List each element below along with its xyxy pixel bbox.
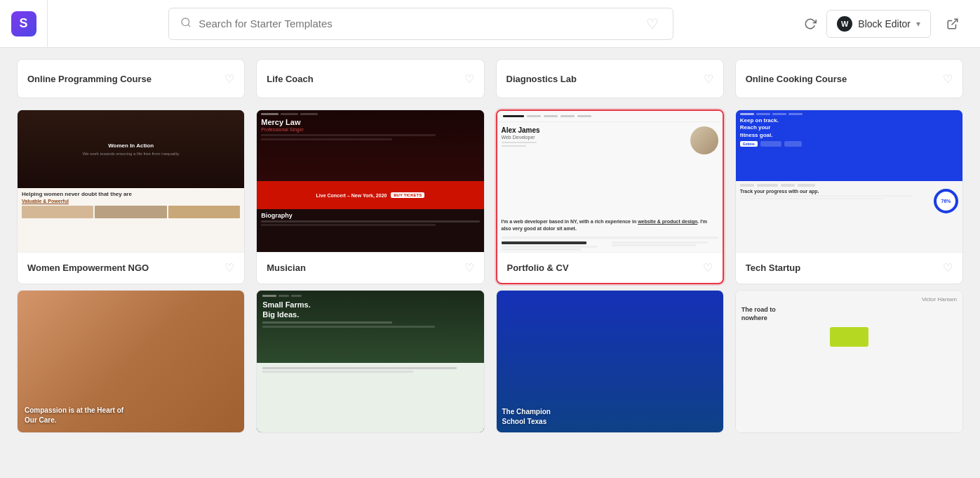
card-thumbnail: Small Farms.Big Ideas. (257, 291, 483, 432)
card-title: Life Coach (267, 74, 313, 84)
card-heart-icon[interactable]: ♡ (704, 72, 713, 86)
svg-point-0 (182, 18, 189, 26)
templates-grid-row2: Women In Action We work towards ensuring… (17, 109, 963, 284)
template-card-tech-startup[interactable]: Keep on track.Reach yourfitness goal. Go… (735, 109, 963, 284)
header: S ♡ W Block Editor ▾ (0, 0, 980, 48)
card-title: Tech Startup (746, 263, 801, 273)
card-heart-icon[interactable]: ♡ (943, 261, 953, 274)
logo-icon: S (11, 11, 36, 36)
header-right: W Block Editor ▾ (794, 8, 980, 40)
template-card-online-programming[interactable]: Online Programming Course ♡ (17, 59, 245, 98)
template-card-musician[interactable]: Mercy Law Professional Singer Live Conce… (256, 109, 484, 284)
card-heart-icon[interactable]: ♡ (224, 261, 234, 274)
card-thumbnail: Victor Hansen The road tonowhere (736, 291, 962, 432)
card-thumbnail: Mercy Law Professional Singer Live Conce… (257, 110, 483, 252)
wordpress-icon: W (837, 16, 852, 32)
card-footer: Tech Startup ♡ (736, 252, 962, 283)
svg-line-1 (188, 25, 190, 27)
main-content: Online Programming Course ♡ Life Coach ♡… (0, 48, 980, 478)
search-heart-icon[interactable]: ♡ (643, 13, 662, 35)
block-editor-button[interactable]: W Block Editor ▾ (826, 10, 931, 38)
templates-grid-row3: Compassion is at the Heart ofOur Care. S… (17, 290, 963, 433)
partial-top-row: Online Programming Course ♡ Life Coach ♡… (17, 59, 963, 98)
card-thumbnail: Women In Action We work towards ensuring… (18, 110, 244, 252)
card-title: Diagnostics Lab (506, 74, 577, 84)
card-heart-icon[interactable]: ♡ (224, 72, 234, 86)
card-title: Online Programming Course (27, 74, 152, 84)
template-card-diagnostics-lab[interactable]: Diagnostics Lab ♡ (496, 59, 724, 98)
template-card-portfolio-cv[interactable]: Alex James Web Developer I'm a web devel… (496, 109, 724, 284)
refresh-button[interactable] (794, 8, 826, 40)
search-bar: ♡ (168, 8, 673, 40)
card-footer: Musician ♡ (257, 252, 483, 283)
svg-line-2 (952, 19, 958, 25)
chevron-down-icon: ▾ (916, 19, 920, 29)
block-editor-label: Block Editor (858, 18, 911, 29)
template-card-road-to-nowhere[interactable]: Victor Hansen The road tonowhere (735, 290, 963, 433)
card-heart-icon[interactable]: ♡ (943, 72, 953, 86)
card-title: Musician (267, 263, 306, 273)
search-icon (180, 17, 192, 31)
card-heart-icon[interactable]: ♡ (703, 261, 713, 274)
external-link-button[interactable] (937, 8, 969, 40)
template-card-online-cooking[interactable]: Online Cooking Course ♡ (735, 59, 963, 98)
card-thumbnail: Keep on track.Reach yourfitness goal. Go… (736, 110, 962, 252)
template-card-women-empowerment[interactable]: Women In Action We work towards ensuring… (17, 109, 245, 284)
card-heart-icon[interactable]: ♡ (464, 261, 474, 274)
card-title: Online Cooking Course (746, 74, 847, 84)
card-title: Women Empowerment NGO (27, 263, 149, 273)
template-card-small-farms[interactable]: Small Farms.Big Ideas. (256, 290, 484, 433)
card-title: Portfolio & CV (507, 263, 569, 273)
card-footer: Portfolio & CV ♡ (497, 252, 723, 283)
search-area: ♡ (48, 8, 794, 40)
template-card-life-coach[interactable]: Life Coach ♡ (256, 59, 484, 98)
card-thumbnail: The ChampionSchool Texas (497, 291, 723, 432)
template-card-champion-school[interactable]: The ChampionSchool Texas (496, 290, 724, 433)
template-card-elderly-care[interactable]: Compassion is at the Heart ofOur Care. (17, 290, 245, 433)
logo-area: S (0, 0, 48, 48)
search-input[interactable] (199, 18, 636, 29)
card-heart-icon[interactable]: ♡ (464, 72, 474, 86)
card-thumbnail: Alex James Web Developer I'm a web devel… (497, 111, 723, 252)
card-thumbnail: Compassion is at the Heart ofOur Care. (18, 291, 244, 432)
card-footer: Women Empowerment NGO ♡ (18, 252, 244, 283)
